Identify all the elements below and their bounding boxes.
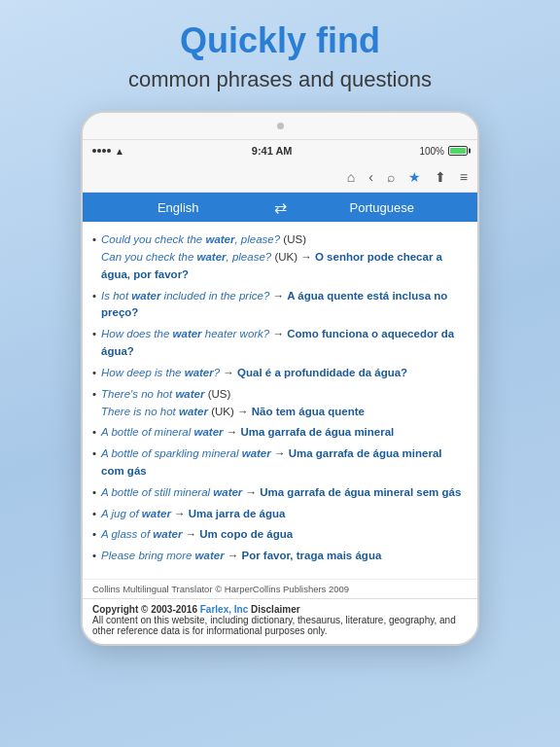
back-icon[interactable]: ‹ [368,169,373,185]
footer-copyright: Collins Multilingual Translator © Harper… [83,579,477,598]
device-camera [277,123,284,129]
legal-link[interactable]: Farlex, Inc [200,604,248,615]
lang-separator: ⇄ [274,198,287,217]
device-frame: ▲ 9:41 AM 100% ⌂ ‹ ⌕ ★ ⬆ ≡ English ⇄ Por… [81,111,479,646]
lang-english-tab[interactable]: English [83,193,274,222]
bullet: • [92,506,96,523]
browser-toolbar: ⌂ ‹ ⌕ ★ ⬆ ≡ [83,161,477,193]
bullet: • [92,326,96,343]
legal-title-line: Copyright © 2003-2016 Farlex, Inc Discla… [92,604,468,615]
phrase-list: • Could you check the water, please? (US… [92,231,464,565]
list-item: • There's no hot water (US) There is no … [92,386,464,421]
bullet: • [92,386,96,404]
phrase-content: A jug of water → Uma jarra de água [101,506,285,523]
phrase-content: Is hot water included in the price? → A … [101,288,464,323]
list-item: • How deep is the water? → Qual é a prof… [92,365,464,382]
bullet: • [92,484,96,502]
list-item: • A bottle of still mineral water → Uma … [92,484,464,502]
phrase-content: A bottle of sparkling mineral water → Um… [101,445,464,480]
bullet: • [92,365,96,382]
battery-icon [448,146,468,156]
bullet: • [92,548,96,565]
battery-percent: 100% [419,146,444,157]
list-item: • Please bring more water → Por favor, t… [92,548,464,565]
list-item: • Could you check the water, please? (US… [92,231,464,283]
list-item: • A bottle of mineral water → Uma garraf… [92,424,464,442]
list-item: • A glass of water → Um copo de água [92,526,464,544]
status-time: 9:41 AM [252,145,293,157]
language-bar: English ⇄ Portuguese [83,193,477,222]
signal-dots [92,149,111,153]
lang-portuguese-tab[interactable]: Portuguese [287,193,478,222]
status-bar: ▲ 9:41 AM 100% [83,140,477,161]
phrase-content: A bottle of mineral water → Uma garrafa … [101,424,394,442]
status-right: 100% [419,146,468,157]
bullet: • [92,445,96,463]
wifi-icon: ▲ [115,146,124,157]
bullet: • [92,526,96,544]
phrase-content: Could you check the water, please? (US) … [101,231,464,283]
battery-fill [450,148,466,154]
list-item: • How does the water heater work? → Como… [92,326,464,361]
bullet: • [92,231,96,249]
phrase-content: How deep is the water? → Qual é a profun… [101,365,407,382]
legal-title: Copyright © 2003-2016 Farlex, Inc Discla… [92,604,300,615]
phrase-content: A bottle of still mineral water → Uma ga… [101,484,461,502]
list-item: • Is hot water included in the price? → … [92,288,464,323]
device-top-bar [83,113,477,140]
bullet: • [92,424,96,442]
phrase-content: A glass of water → Um copo de água [101,526,293,544]
home-icon[interactable]: ⌂ [347,169,355,185]
phrase-content: There's no hot water (US) There is no ho… [101,386,365,421]
hero-subtitle: common phrases and questions [99,66,461,94]
legal-body: All content on this website, including d… [92,615,468,636]
content-area: • Could you check the water, please? (US… [83,222,477,579]
favorite-icon[interactable]: ★ [408,169,421,185]
list-item: • A bottle of sparkling mineral water → … [92,445,464,480]
list-item: • A jug of water → Uma jarra de água [92,506,464,523]
menu-icon[interactable]: ≡ [460,169,468,185]
status-left: ▲ [92,146,124,157]
share-icon[interactable]: ⬆ [435,169,446,185]
hero-title: Quickly find [180,21,380,60]
footer-legal: Copyright © 2003-2016 Farlex, Inc Discla… [83,598,477,644]
search-icon[interactable]: ⌕ [387,169,395,185]
bullet: • [92,288,96,305]
phrase-content: How does the water heater work? → Como f… [101,326,464,361]
phrase-content: Please bring more water → Por favor, tra… [101,548,381,565]
